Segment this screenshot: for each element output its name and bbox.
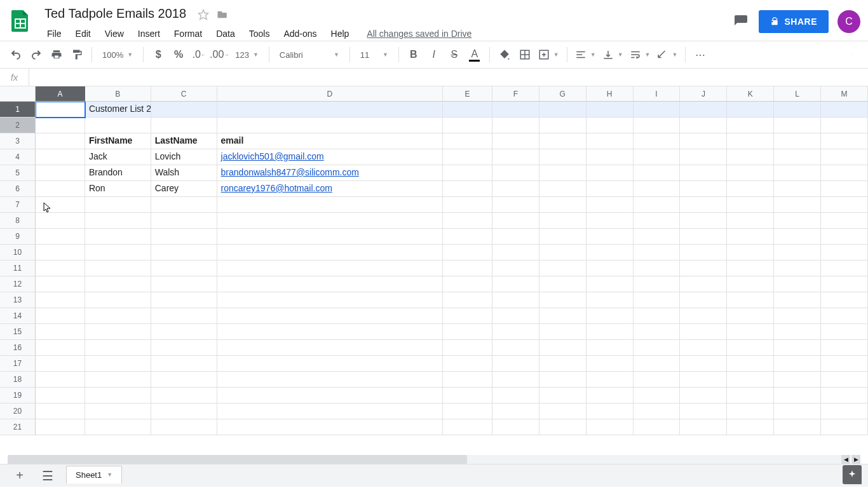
cell-G13[interactable]	[539, 292, 587, 308]
cell-C7[interactable]	[151, 197, 217, 213]
cell-F15[interactable]	[492, 324, 539, 340]
cell-A13[interactable]	[36, 292, 85, 308]
cell-F4[interactable]	[492, 149, 539, 165]
cell-A17[interactable]	[36, 356, 85, 372]
cell-E15[interactable]	[443, 324, 492, 340]
cell-E4[interactable]	[443, 149, 492, 165]
cell-M2[interactable]	[821, 118, 868, 133]
borders-icon[interactable]	[515, 45, 534, 64]
cell-G14[interactable]	[539, 308, 587, 324]
cell-K13[interactable]	[727, 292, 774, 308]
cell-J9[interactable]	[680, 229, 727, 245]
folder-icon[interactable]	[216, 9, 229, 22]
cell-A12[interactable]	[36, 276, 85, 292]
row-header-10[interactable]: 10	[0, 245, 36, 261]
column-header-B[interactable]: B	[85, 86, 151, 102]
cell-G5[interactable]	[539, 165, 587, 181]
cell-H7[interactable]	[587, 197, 634, 213]
cell-E17[interactable]	[443, 356, 492, 372]
cell-M9[interactable]	[821, 229, 868, 245]
cell-A7[interactable]	[36, 197, 85, 213]
menu-view[interactable]: View	[98, 26, 130, 41]
cell-M18[interactable]	[821, 372, 868, 388]
cell-H16[interactable]	[587, 340, 634, 356]
cell-L21[interactable]	[774, 419, 821, 435]
column-header-H[interactable]: H	[587, 86, 634, 102]
cell-F6[interactable]	[492, 181, 539, 197]
cell-D20[interactable]	[217, 403, 443, 419]
cell-I6[interactable]	[634, 181, 681, 197]
cell-F7[interactable]	[492, 197, 539, 213]
cell-A15[interactable]	[36, 324, 85, 340]
cell-D16[interactable]	[217, 340, 443, 356]
cell-H5[interactable]	[587, 165, 634, 181]
cell-F12[interactable]	[492, 276, 539, 292]
fill-color-icon[interactable]	[495, 45, 514, 64]
cell-K4[interactable]	[727, 149, 774, 165]
cell-F10[interactable]	[492, 245, 539, 261]
cell-I12[interactable]	[634, 276, 681, 292]
cell-K2[interactable]	[727, 118, 774, 133]
row-header-1[interactable]: 1	[0, 102, 36, 118]
cell-K17[interactable]	[727, 356, 774, 372]
row-header-16[interactable]: 16	[0, 340, 36, 356]
cell-E8[interactable]	[443, 213, 492, 229]
cell-E5[interactable]	[443, 165, 492, 181]
cell-H1[interactable]	[587, 102, 634, 118]
cell-F20[interactable]	[492, 403, 539, 419]
cell-F18[interactable]	[492, 372, 539, 388]
cell-M20[interactable]	[821, 403, 868, 419]
row-header-9[interactable]: 9	[0, 229, 36, 245]
row-header-5[interactable]: 5	[0, 165, 36, 181]
cell-H4[interactable]	[587, 149, 634, 165]
menu-addons[interactable]: Add-ons	[277, 26, 323, 41]
cell-E7[interactable]	[443, 197, 492, 213]
cell-A16[interactable]	[36, 340, 85, 356]
document-title[interactable]: Ted Tadpole Emails 2018	[41, 5, 190, 22]
cell-L12[interactable]	[774, 276, 821, 292]
account-avatar[interactable]: C	[837, 10, 860, 33]
cell-L10[interactable]	[774, 245, 821, 261]
cell-I9[interactable]	[634, 229, 681, 245]
cell-L14[interactable]	[774, 308, 821, 324]
strikethrough-icon[interactable]: S	[445, 45, 464, 64]
cell-I8[interactable]	[634, 213, 681, 229]
row-header-14[interactable]: 14	[0, 308, 36, 324]
cell-F19[interactable]	[492, 388, 539, 403]
cell-C13[interactable]	[151, 292, 217, 308]
cell-B17[interactable]	[85, 356, 151, 372]
cell-A6[interactable]	[36, 181, 85, 197]
cell-B8[interactable]	[85, 213, 151, 229]
cell-B21[interactable]	[85, 419, 151, 435]
cell-C17[interactable]	[151, 356, 217, 372]
menu-format[interactable]: Format	[168, 26, 208, 41]
cell-J14[interactable]	[680, 308, 727, 324]
cell-M13[interactable]	[821, 292, 868, 308]
row-header-17[interactable]: 17	[0, 356, 36, 372]
cell-K10[interactable]	[727, 245, 774, 261]
merge-cells-dropdown[interactable]: ▼	[536, 45, 562, 64]
cell-A18[interactable]	[36, 372, 85, 388]
cell-I13[interactable]	[634, 292, 681, 308]
cell-B10[interactable]	[85, 245, 151, 261]
cell-H2[interactable]	[587, 118, 634, 133]
cell-K7[interactable]	[727, 197, 774, 213]
cell-K5[interactable]	[727, 165, 774, 181]
cell-E16[interactable]	[443, 340, 492, 356]
cell-M19[interactable]	[821, 388, 868, 403]
cell-B1[interactable]: Customer List 2018	[85, 102, 151, 118]
cell-L16[interactable]	[774, 340, 821, 356]
cell-F21[interactable]	[492, 419, 539, 435]
cell-H18[interactable]	[587, 372, 634, 388]
menu-data[interactable]: Data	[210, 26, 241, 41]
sheet-tab-caret-icon[interactable]: ▼	[107, 471, 112, 478]
cell-I19[interactable]	[634, 388, 681, 403]
row-header-12[interactable]: 12	[0, 276, 36, 292]
cell-J3[interactable]	[680, 133, 727, 149]
row-header-21[interactable]: 21	[0, 419, 36, 435]
cell-G12[interactable]	[539, 276, 587, 292]
column-header-I[interactable]: I	[634, 86, 681, 102]
cell-D9[interactable]	[217, 229, 443, 245]
row-header-15[interactable]: 15	[0, 324, 36, 340]
row-header-4[interactable]: 4	[0, 149, 36, 165]
